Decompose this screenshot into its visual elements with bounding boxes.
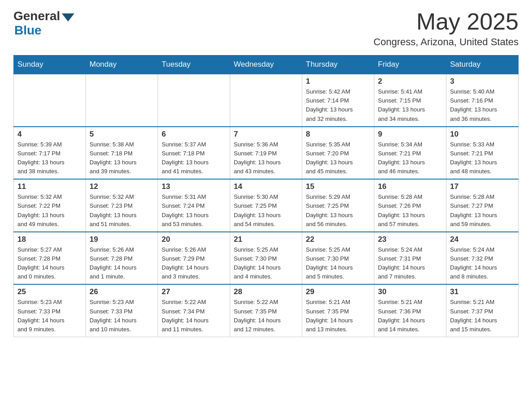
weekday-header-thursday: Thursday [302,56,374,74]
day-number: 31 [450,287,515,296]
logo: General Blue [13,9,74,38]
day-info: Sunrise: 5:25 AMSunset: 7:30 PMDaylight:… [306,245,370,282]
day-number: 30 [378,287,442,296]
calendar-cell: 13Sunrise: 5:31 AMSunset: 7:24 PMDayligh… [158,179,230,232]
day-number: 19 [90,235,154,244]
day-number: 3 [450,77,515,86]
day-number: 16 [378,182,442,191]
weekday-header-monday: Monday [86,56,158,74]
day-number: 15 [306,182,370,191]
day-info: Sunrise: 5:26 AMSunset: 7:28 PMDaylight:… [90,245,154,282]
day-number: 1 [306,77,370,86]
calendar-cell: 14Sunrise: 5:30 AMSunset: 7:25 PMDayligh… [230,179,302,232]
logo-general-text: General [13,9,60,23]
day-number: 18 [17,235,82,244]
day-number: 29 [306,287,370,296]
calendar-cell: 3Sunrise: 5:40 AMSunset: 7:16 PMDaylight… [446,74,519,127]
day-number: 26 [90,287,154,296]
day-info: Sunrise: 5:36 AMSunset: 7:19 PMDaylight:… [234,140,298,176]
calendar-cell: 26Sunrise: 5:23 AMSunset: 7:33 PMDayligh… [86,284,158,337]
day-info: Sunrise: 5:23 AMSunset: 7:33 PMDaylight:… [17,298,82,334]
day-info: Sunrise: 5:40 AMSunset: 7:16 PMDaylight:… [450,87,515,124]
day-number: 25 [17,287,82,296]
day-info: Sunrise: 5:34 AMSunset: 7:21 PMDaylight:… [378,140,442,176]
calendar-cell: 27Sunrise: 5:22 AMSunset: 7:34 PMDayligh… [158,284,230,337]
calendar-cell: 21Sunrise: 5:25 AMSunset: 7:30 PMDayligh… [230,232,302,285]
day-info: Sunrise: 5:27 AMSunset: 7:28 PMDaylight:… [17,245,82,282]
week-row-3: 11Sunrise: 5:32 AMSunset: 7:22 PMDayligh… [14,179,519,232]
day-number: 6 [162,130,226,139]
weekday-header-wednesday: Wednesday [230,56,302,74]
calendar-cell: 7Sunrise: 5:36 AMSunset: 7:19 PMDaylight… [230,127,302,180]
day-info: Sunrise: 5:22 AMSunset: 7:34 PMDaylight:… [162,298,226,334]
calendar-cell: 15Sunrise: 5:29 AMSunset: 7:25 PMDayligh… [302,179,374,232]
day-info: Sunrise: 5:25 AMSunset: 7:30 PMDaylight:… [234,245,298,282]
calendar-cell: 8Sunrise: 5:35 AMSunset: 7:20 PMDaylight… [302,127,374,180]
weekday-header-friday: Friday [374,56,446,74]
calendar-cell: 29Sunrise: 5:21 AMSunset: 7:35 PMDayligh… [302,284,374,337]
day-number: 14 [234,182,298,191]
calendar-cell: 20Sunrise: 5:26 AMSunset: 7:29 PMDayligh… [158,232,230,285]
calendar-cell: 23Sunrise: 5:24 AMSunset: 7:31 PMDayligh… [374,232,446,285]
day-number: 24 [450,235,515,244]
day-info: Sunrise: 5:41 AMSunset: 7:15 PMDaylight:… [378,87,442,124]
day-number: 8 [306,130,370,139]
weekday-header-tuesday: Tuesday [158,56,230,74]
calendar-cell: 25Sunrise: 5:23 AMSunset: 7:33 PMDayligh… [14,284,86,337]
day-info: Sunrise: 5:29 AMSunset: 7:25 PMDaylight:… [306,193,370,229]
calendar-cell [158,74,230,127]
day-info: Sunrise: 5:32 AMSunset: 7:23 PMDaylight:… [90,193,154,229]
calendar-cell: 12Sunrise: 5:32 AMSunset: 7:23 PMDayligh… [86,179,158,232]
page-header: General Blue May 2025 Congress, Arizona,… [13,9,519,48]
weekday-header-saturday: Saturday [446,56,519,74]
day-info: Sunrise: 5:24 AMSunset: 7:31 PMDaylight:… [378,245,442,282]
title-section: May 2025 Congress, Arizona, United State… [373,9,519,48]
calendar-cell: 10Sunrise: 5:33 AMSunset: 7:21 PMDayligh… [446,127,519,180]
calendar-cell: 9Sunrise: 5:34 AMSunset: 7:21 PMDaylight… [374,127,446,180]
day-info: Sunrise: 5:39 AMSunset: 7:17 PMDaylight:… [17,140,82,176]
day-info: Sunrise: 5:23 AMSunset: 7:33 PMDaylight:… [90,298,154,334]
calendar-cell: 4Sunrise: 5:39 AMSunset: 7:17 PMDaylight… [14,127,86,180]
calendar-cell: 19Sunrise: 5:26 AMSunset: 7:28 PMDayligh… [86,232,158,285]
day-info: Sunrise: 5:24 AMSunset: 7:32 PMDaylight:… [450,245,515,282]
day-number: 13 [162,182,226,191]
day-info: Sunrise: 5:30 AMSunset: 7:25 PMDaylight:… [234,193,298,229]
logo-arrow-icon [62,13,74,21]
calendar-cell: 5Sunrise: 5:38 AMSunset: 7:18 PMDaylight… [86,127,158,180]
day-info: Sunrise: 5:21 AMSunset: 7:37 PMDaylight:… [450,298,515,334]
calendar-cell: 16Sunrise: 5:28 AMSunset: 7:26 PMDayligh… [374,179,446,232]
month-title: May 2025 [373,9,519,34]
day-info: Sunrise: 5:28 AMSunset: 7:26 PMDaylight:… [378,193,442,229]
calendar-cell: 11Sunrise: 5:32 AMSunset: 7:22 PMDayligh… [14,179,86,232]
weekday-header-sunday: Sunday [14,56,86,74]
day-number: 4 [17,130,82,139]
weekday-header-row: SundayMondayTuesdayWednesdayThursdayFrid… [14,56,519,74]
week-row-2: 4Sunrise: 5:39 AMSunset: 7:17 PMDaylight… [14,127,519,180]
day-number: 9 [378,130,442,139]
week-row-4: 18Sunrise: 5:27 AMSunset: 7:28 PMDayligh… [14,232,519,285]
calendar-cell: 24Sunrise: 5:24 AMSunset: 7:32 PMDayligh… [446,232,519,285]
day-info: Sunrise: 5:28 AMSunset: 7:27 PMDaylight:… [450,193,515,229]
day-info: Sunrise: 5:38 AMSunset: 7:18 PMDaylight:… [90,140,154,176]
calendar-cell: 28Sunrise: 5:22 AMSunset: 7:35 PMDayligh… [230,284,302,337]
day-number: 22 [306,235,370,244]
logo-blue-text: Blue [14,23,42,38]
day-info: Sunrise: 5:33 AMSunset: 7:21 PMDaylight:… [450,140,515,176]
week-row-5: 25Sunrise: 5:23 AMSunset: 7:33 PMDayligh… [14,284,519,337]
day-number: 11 [17,182,82,191]
day-number: 20 [162,235,226,244]
day-info: Sunrise: 5:42 AMSunset: 7:14 PMDaylight:… [306,87,370,124]
day-info: Sunrise: 5:21 AMSunset: 7:35 PMDaylight:… [306,298,370,334]
day-info: Sunrise: 5:37 AMSunset: 7:18 PMDaylight:… [162,140,226,176]
calendar-cell: 30Sunrise: 5:21 AMSunset: 7:36 PMDayligh… [374,284,446,337]
day-info: Sunrise: 5:21 AMSunset: 7:36 PMDaylight:… [378,298,442,334]
day-info: Sunrise: 5:31 AMSunset: 7:24 PMDaylight:… [162,193,226,229]
day-info: Sunrise: 5:22 AMSunset: 7:35 PMDaylight:… [234,298,298,334]
day-info: Sunrise: 5:32 AMSunset: 7:22 PMDaylight:… [17,193,82,229]
calendar-cell: 17Sunrise: 5:28 AMSunset: 7:27 PMDayligh… [446,179,519,232]
calendar-cell [14,74,86,127]
day-info: Sunrise: 5:26 AMSunset: 7:29 PMDaylight:… [162,245,226,282]
location-text: Congress, Arizona, United States [373,36,519,48]
day-number: 7 [234,130,298,139]
day-number: 28 [234,287,298,296]
